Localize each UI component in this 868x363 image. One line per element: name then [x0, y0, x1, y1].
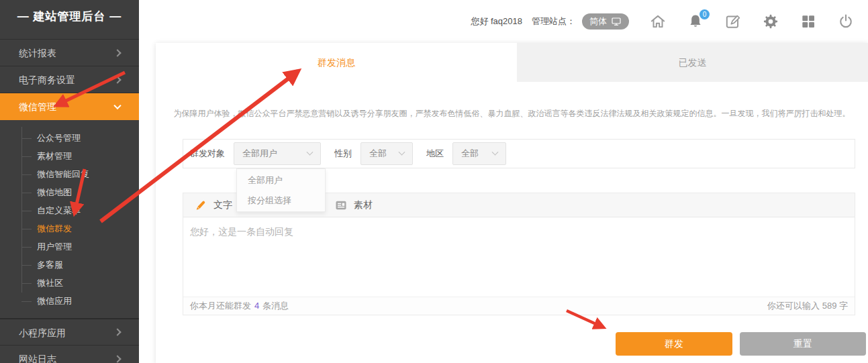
submenu-item-custom-menu[interactable]: 自定义菜单: [0, 201, 139, 219]
reset-button[interactable]: 重置: [740, 332, 866, 356]
sidebar-item-label: 统计报表: [19, 48, 56, 58]
notifications-button[interactable]: 0: [687, 13, 704, 30]
sidebar-item-miniprogram[interactable]: 小程序应用: [0, 318, 139, 345]
submenu-item-material[interactable]: 素材管理: [0, 147, 139, 165]
power-icon: [837, 13, 855, 30]
region-filter-label: 地区: [426, 148, 444, 160]
language-pill-label: 简体: [589, 15, 607, 28]
sidebar-item-label: 网站日志: [19, 354, 56, 363]
tab-bar: 群发消息 已发送: [156, 43, 868, 82]
monitor-icon: [611, 16, 622, 27]
region-select[interactable]: 全部: [452, 142, 506, 165]
filter-row: 群发对象 全部用户 性别 全部 地区 全部: [183, 139, 855, 168]
target-select-dropdown: 全部用户 按分组选择: [236, 168, 326, 212]
user-greeting: 您好 faq2018: [471, 15, 522, 28]
grid-icon: [800, 13, 817, 30]
target-select-value: 全部用户: [242, 148, 277, 160]
logout-button[interactable]: [837, 13, 855, 30]
text-tool-button[interactable]: 文字: [194, 199, 232, 212]
sidebar: — 建站管理后台 — 统计报表 电子商务设置 微信管理 公众号管理 素材管理 微…: [0, 0, 139, 363]
sidebar-item-wechat-management[interactable]: 微信管理: [0, 93, 139, 120]
policy-notice: 为保障用户体验，微信公众平台严禁恶意营销以及诱导分享朋友圈，严禁发布色情低俗、暴…: [156, 108, 868, 119]
chevron-right-icon: [113, 49, 121, 56]
chevron-right-icon: [113, 355, 121, 362]
compose-button[interactable]: [724, 13, 742, 30]
material-tool-label: 素材: [354, 199, 373, 211]
gender-select-value: 全部: [369, 148, 387, 160]
pencil-icon: [194, 199, 207, 212]
message-textarea[interactable]: 您好，这是一条自动回复: [183, 217, 855, 297]
notification-badge: 0: [700, 9, 710, 19]
quota-suffix: 条消息: [262, 301, 289, 311]
gender-filter-label: 性别: [334, 148, 352, 160]
chevron-right-icon: [113, 328, 121, 335]
managed-site-label: 管理站点：: [532, 15, 575, 28]
sidebar-item-label: 电子商务设置: [19, 74, 75, 85]
editor-footer: 你本月还能群发4条消息 你还可以输入 589 字: [183, 297, 855, 315]
language-pill-button[interactable]: 简体: [582, 13, 629, 30]
dropdown-option-by-group[interactable]: 按分组选择: [237, 191, 325, 211]
material-tool-button[interactable]: 素材: [334, 199, 373, 212]
chevron-down-icon: [399, 148, 405, 155]
sidebar-item-statistics[interactable]: 统计报表: [0, 39, 139, 66]
apps-button[interactable]: [800, 13, 817, 30]
submenu-item-multi-service[interactable]: 多客服: [0, 256, 139, 274]
submenu-item-wechat-map[interactable]: 微信地图: [0, 183, 139, 201]
submenu-item-mass-send[interactable]: 微信群发: [0, 219, 139, 238]
home-button[interactable]: [649, 13, 667, 30]
home-icon: [649, 13, 667, 30]
chevron-down-icon: [307, 148, 314, 155]
settings-button[interactable]: [762, 13, 779, 30]
send-button[interactable]: 群发: [616, 332, 732, 356]
submenu-item-user-management[interactable]: 用户管理: [0, 238, 139, 256]
sidebar-item-label: 小程序应用: [19, 327, 66, 338]
edit-icon: [724, 13, 742, 30]
quota-count: 4: [254, 301, 259, 311]
sidebar-item-label: 微信管理: [19, 101, 56, 112]
gear-icon: [762, 13, 779, 30]
submenu-item-community[interactable]: 微社区: [0, 274, 139, 292]
chevron-down-icon: [492, 148, 499, 155]
wechat-submenu: 公众号管理 素材管理 微信智能回复 微信地图 自定义菜单 微信群发 用户管理 多…: [0, 120, 139, 310]
quota-prefix: 你本月还能群发: [190, 301, 251, 311]
dropdown-option-all-users[interactable]: 全部用户: [237, 170, 325, 191]
chevron-right-icon: [113, 76, 121, 83]
tab-sent[interactable]: 已发送: [517, 43, 868, 82]
tab-mass-message[interactable]: 群发消息: [156, 43, 517, 82]
mass-message-panel: 群发消息 已发送 为保障用户体验，微信公众平台严禁恶意营销以及诱导分享朋友圈，严…: [156, 43, 868, 363]
gender-select[interactable]: 全部: [360, 142, 413, 165]
submenu-item-smart-reply[interactable]: 微信智能回复: [0, 165, 139, 183]
text-tool-label: 文字: [213, 199, 232, 211]
remaining-chars-text: 你还可以输入 589 字: [767, 300, 848, 312]
target-select[interactable]: 全部用户: [234, 142, 321, 165]
monthly-quota-text: 你本月还能群发4条消息: [190, 300, 289, 312]
target-filter-label: 群发对象: [190, 148, 225, 160]
app-title: — 建站管理后台 —: [0, 0, 139, 31]
chevron-down-icon: [113, 102, 121, 109]
material-icon: [334, 199, 348, 212]
submenu-item-official-account[interactable]: 公众号管理: [0, 129, 139, 147]
region-select-value: 全部: [461, 148, 479, 160]
top-header: 您好 faq2018 管理站点： 简体 0: [139, 0, 868, 43]
submenu-item-wechat-app[interactable]: 微信应用: [0, 292, 139, 310]
sidebar-item-ecommerce[interactable]: 电子商务设置: [0, 66, 139, 93]
sidebar-item-site-log[interactable]: 网站日志: [0, 345, 139, 363]
